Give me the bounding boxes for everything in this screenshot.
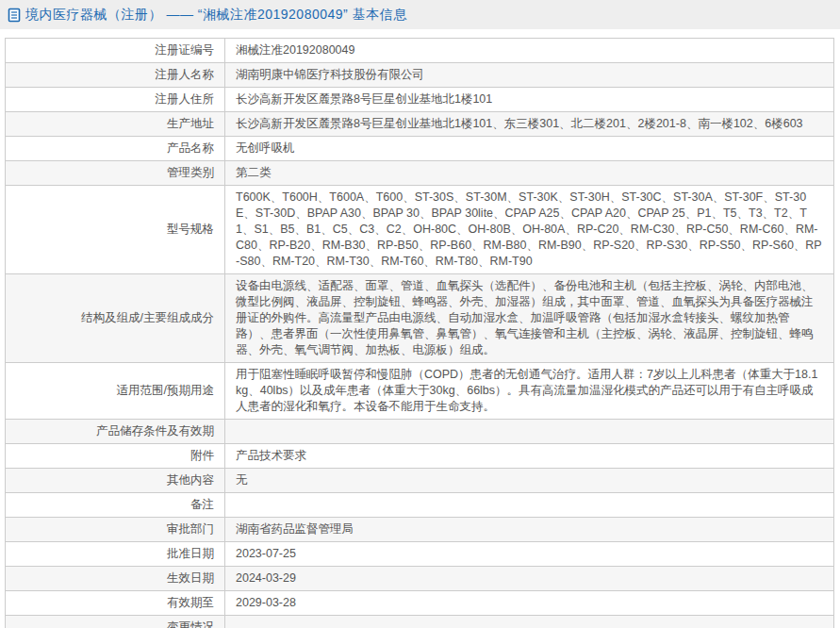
row-value <box>225 420 834 444</box>
row-value <box>225 493 834 518</box>
row-value-text: 2024-03-29 <box>236 571 296 585</box>
row-label-text: 注册证编号 <box>156 43 215 57</box>
row-label-text: 变更情况 <box>167 620 214 628</box>
row-label: 生效日期 <box>6 567 225 591</box>
row-label: 备注 <box>6 493 225 518</box>
row-label: 其他内容 <box>6 469 225 493</box>
row-label-text: 生效日期 <box>167 571 214 585</box>
table-row: 注册人名称湖南明康中锦医疗科技股份有限公司 <box>6 63 834 88</box>
row-value: 无 <box>225 469 834 493</box>
row-label: 注册人住所 <box>6 88 225 112</box>
row-value-text: 产品技术要求 <box>236 449 306 462</box>
table-row: 产品储存条件及有效期 <box>6 420 834 444</box>
row-value-text: 湖南省药品监督管理局 <box>236 522 354 536</box>
row-value-text: 第二类 <box>236 166 272 179</box>
table-row: 产品名称无创呼吸机 <box>6 137 834 161</box>
row-value-text: 长沙高新开发区麓景路8号巨星创业基地北1楼101、东三楼301、北二楼201、2… <box>236 117 803 130</box>
row-label-text: 注册人名称 <box>156 68 215 81</box>
table-row: 管理类别第二类 <box>6 161 834 186</box>
table-row: 生产地址长沙高新开发区麓景路8号巨星创业基地北1楼101、东三楼301、北二楼2… <box>6 112 834 137</box>
row-value: 2029-03-28 <box>225 591 834 616</box>
row-value-text: 用于阻塞性睡眠呼吸暂停和慢阻肺（COPD）患者的无创通气治疗。适用人群：7岁以上… <box>236 368 817 413</box>
row-label-text: 产品储存条件及有效期 <box>96 424 214 438</box>
row-value: T600K、T600H、T600A、T600、ST-30S、ST-30M、ST-… <box>225 186 834 274</box>
row-label-text: 备注 <box>190 498 214 511</box>
row-label: 变更情况 <box>6 616 225 628</box>
row-label: 产品名称 <box>6 137 225 161</box>
document-icon <box>8 8 21 23</box>
row-label-text: 生产地址 <box>167 117 214 130</box>
row-label-text: 型号规格 <box>167 223 214 236</box>
row-label: 有效期至 <box>6 591 225 616</box>
row-value-text: 无创呼吸机 <box>236 141 295 155</box>
table-row: 审批部门湖南省药品监督管理局 <box>6 518 834 542</box>
table-row: 有效期至2029-03-28 <box>6 591 834 616</box>
row-value-text: 长沙高新开发区麓景路8号巨星创业基地北1楼101 <box>236 92 492 106</box>
row-label: 型号规格 <box>6 186 225 274</box>
row-value-text: 2029-03-28 <box>236 596 296 609</box>
row-value-text: 湖南明康中锦医疗科技股份有限公司 <box>236 68 424 81</box>
row-value: 2024-03-29 <box>225 567 834 591</box>
row-value-text: T600K、T600H、T600A、T600、ST-30S、ST-30M、ST-… <box>236 190 822 268</box>
table-row: 附件产品技术要求 <box>6 444 834 469</box>
row-label-text: 结构及组成/主要组成成分 <box>81 311 214 324</box>
row-label: 审批部门 <box>6 518 225 542</box>
row-value-text: 设备由电源线、适配器、面罩、管道、血氧探头（选配件）、备份电池和主机（包括主控板… <box>236 279 814 356</box>
table-row: 其他内容无 <box>6 469 834 493</box>
row-label-text: 产品名称 <box>167 141 214 155</box>
row-label-text: 注册人住所 <box>156 92 215 106</box>
row-value: 产品技术要求 <box>225 444 834 469</box>
row-value: 湘械注准20192080049 <box>225 39 834 63</box>
table-row: 生效日期2024-03-29 <box>6 567 834 591</box>
row-label-text: 有效期至 <box>167 596 214 609</box>
row-value: 长沙高新开发区麓景路8号巨星创业基地北1楼101 <box>225 88 834 112</box>
table-row: 变更情况 <box>6 616 834 628</box>
row-value <box>225 616 834 628</box>
row-label-text: 批准日期 <box>167 547 214 560</box>
row-label: 生产地址 <box>6 112 225 137</box>
row-value: 2023-07-25 <box>225 542 834 567</box>
row-value: 第二类 <box>225 161 834 186</box>
table-row: 结构及组成/主要组成成分设备由电源线、适配器、面罩、管道、血氧探头（选配件）、备… <box>6 274 834 363</box>
row-label-text: 管理类别 <box>167 166 214 179</box>
table-row: 适用范围/预期用途用于阻塞性睡眠呼吸暂停和慢阻肺（COPD）患者的无创通气治疗。… <box>6 363 834 420</box>
row-value: 设备由电源线、适配器、面罩、管道、血氧探头（选配件）、备份电池和主机（包括主控板… <box>225 274 834 363</box>
row-value-text: 湘械注准20192080049 <box>236 43 354 57</box>
table-row: 注册人住所长沙高新开发区麓景路8号巨星创业基地北1楼101 <box>6 88 834 112</box>
table-row: 注册证编号湘械注准20192080049 <box>6 39 834 63</box>
row-label-text: 其他内容 <box>167 473 214 487</box>
row-value: 湖南省药品监督管理局 <box>225 518 834 542</box>
row-label: 适用范围/预期用途 <box>6 363 225 420</box>
row-label-text: 适用范围/预期用途 <box>117 384 214 397</box>
row-label: 产品储存条件及有效期 <box>6 420 225 444</box>
row-label-text: 审批部门 <box>167 522 214 536</box>
title-bar: 境内医疗器械（注册） —— “湘械注准20192080049” 基本信息 <box>0 0 840 29</box>
row-value: 用于阻塞性睡眠呼吸暂停和慢阻肺（COPD）患者的无创通气治疗。适用人群：7岁以上… <box>225 363 834 420</box>
row-value: 湖南明康中锦医疗科技股份有限公司 <box>225 63 834 88</box>
table-row: 型号规格T600K、T600H、T600A、T600、ST-30S、ST-30M… <box>6 186 834 274</box>
row-label: 批准日期 <box>6 542 225 567</box>
row-label: 附件 <box>6 444 225 469</box>
table-row: 批准日期2023-07-25 <box>6 542 834 567</box>
table-row: 备注 <box>6 493 834 518</box>
row-label: 注册证编号 <box>6 39 225 63</box>
row-value-text: 2023-07-25 <box>236 547 296 560</box>
row-value-text: 无 <box>236 473 248 487</box>
row-value: 无创呼吸机 <box>225 137 834 161</box>
registration-info-table: 注册证编号湘械注准20192080049注册人名称湖南明康中锦医疗科技股份有限公… <box>5 38 834 628</box>
row-label: 注册人名称 <box>6 63 225 88</box>
page-title: 境内医疗器械（注册） —— “湘械注准20192080049” 基本信息 <box>25 7 407 24</box>
row-label-text: 附件 <box>190 449 214 462</box>
row-value: 长沙高新开发区麓景路8号巨星创业基地北1楼101、东三楼301、北二楼201、2… <box>225 112 834 137</box>
row-label: 管理类别 <box>6 161 225 186</box>
row-label: 结构及组成/主要组成成分 <box>6 274 225 363</box>
